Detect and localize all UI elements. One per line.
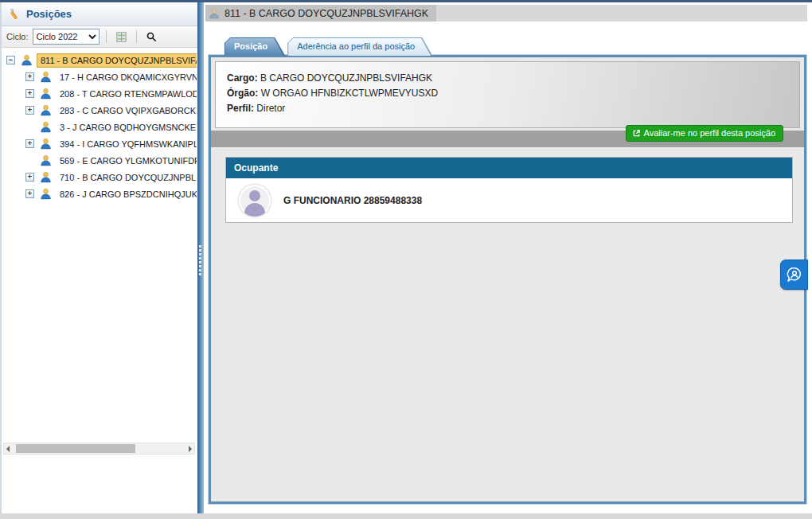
tree-item[interactable]: + 17 - H CARGO DKQAMICXGYRVNOHJEZLF (O [2,68,197,85]
toolbar-separator [136,30,137,43]
expander-icon[interactable]: + [25,89,34,98]
tree-item-label: 394 - I CARGO YQFHMSWKANIPLCTBRJEX (A [57,138,197,150]
tab-aderencia-perfil[interactable]: Aderência ao perfil da posição [287,37,432,56]
tree-item[interactable]: + 710 - B CARGO DOYCQUZJNPBLSVIFAHGK (L [2,169,197,185]
user-icon [40,71,52,83]
tree-item-label: 3 - J CARGO BQDHOYGMSNCKERAPTVJZ (B [57,121,197,134]
scrollbar-thumb[interactable] [16,444,135,453]
cycle-toolbar: Ciclo: Ciclo 2022 [2,26,197,48]
position-info-box: Cargo: B CARGO DOYCQUZJNPBLSVIFAHGK Órgã… [215,61,800,128]
perfil-label: Perfil: [227,103,254,114]
scroll-left-icon[interactable] [6,446,10,452]
expander-icon[interactable]: + [25,139,34,148]
cycle-select[interactable]: Ciclo 2022 [33,29,100,45]
splitter-grip-icon[interactable] [199,245,201,275]
detail-titlebar: 811 - B CARGO DOYCQUZJNPBLSVIFAHGK [205,5,807,21]
tree-item-label: 710 - B CARGO DOYCQUZJNPBLSVIFAHGK (L [57,171,197,184]
expander-icon[interactable]: + [25,173,34,181]
occupant-row: G FUNCIONARIO 28859488338 [226,178,792,222]
detail-title-chip: 811 - B CARGO DOYCQUZJNPBLSVIFAHGK [205,5,436,21]
occupant-header: Ocupante [226,158,792,178]
perfil-line: Perfil: Diretor [227,101,799,116]
positions-panel-header: Posições [2,2,197,26]
user-icon [40,104,52,116]
search-icon[interactable] [143,29,160,45]
tools-icon [8,8,21,21]
user-icon [40,121,52,133]
orgao-label: Órgão: [227,88,258,99]
user-icon [40,171,52,183]
detail-title: 811 - B CARGO DOYCQUZJNPBLSVIFAHGK [224,8,428,19]
tree-item[interactable]: − 811 - B CARGO DOYCQUZJNPBLSVIFAHGK (G … [2,52,197,68]
chat-flyout-button[interactable] [780,260,808,290]
avatar-head-shape [249,190,260,201]
panel-title: Posições [26,8,72,20]
external-link-icon [632,129,641,138]
tree-item-label: 208 - T CARGO RTENGMPAWLODQCHUSXVI [57,88,197,100]
scroll-right-icon[interactable] [189,446,192,452]
positions-tree: − 811 - B CARGO DOYCQUZJNPBLSVIFAHGK (G … [2,52,197,442]
user-icon [40,138,52,150]
avatar-body-shape [244,203,265,217]
avatar [239,185,271,217]
user-icon [21,54,33,66]
expander-icon[interactable]: + [25,72,34,81]
tree-item-label: 811 - B CARGO DOYCQUZJNPBLSVIFAHGK (G FU… [37,54,197,67]
evaluate-me-button[interactable]: Avaliar-me no perfil desta posição [626,125,784,142]
orgao-value: W ORGAO HFNBIZKCTLWPMEVYUSXD [261,88,438,99]
user-icon [40,154,52,166]
cargo-line: Cargo: B CARGO DOYCQUZJNPBLSVIFAHGK [227,71,799,86]
user-icon [40,188,52,200]
tree-item[interactable]: + 394 - I CARGO YQFHMSWKANIPLCTBRJEX (A [2,135,197,152]
tree-item[interactable]: 569 - E CARGO YLGMKOTUNIFDRXECZQHW [2,152,197,169]
tree-item[interactable]: + 208 - T CARGO RTENGMPAWLODQCHUSXVI [2,85,197,102]
tab-content-frame: Cargo: B CARGO DOYCQUZJNPBLSVIFAHGK Órgã… [209,55,806,504]
expander-icon[interactable]: − [6,56,15,64]
chat-bubble-icon [786,266,803,283]
detail-tabs: Posição Aderência ao perfil da posição [224,37,432,56]
positions-panel: Posições Ciclo: Ciclo 2022 − [0,2,197,513]
tree-item-label: 283 - C CARGO VQIPXGABORCKUZDLEYWN [57,104,197,117]
user-icon [209,8,220,19]
orgao-line: Órgão: W ORGAO HFNBIZKCTLWPMEVYUSXD [227,86,799,101]
position-detail-panel: 811 - B CARGO DOYCQUZJNPBLSVIFAHGK Posiç… [204,2,812,513]
occupant-name: G FUNCIONARIO 28859488338 [283,195,422,206]
expander-icon[interactable]: + [25,189,34,198]
cargo-value: B CARGO DOYCQUZJNPBLSVIFAHGK [260,72,432,84]
tree-item[interactable]: + 826 - J CARGO BPSZDCNIHQJUKLEGXFTY (H [2,185,197,202]
perfil-value: Diretor [256,103,285,114]
tree-item-label: 569 - E CARGO YLGMKOTUNIFDRXECZQHW [57,154,197,167]
tree-item-label: 826 - J CARGO BPSZDCNIHQJUKLEGXFTY (H [57,188,197,201]
cycle-label: Ciclo: [6,32,29,41]
toolbar-separator [106,30,107,43]
tree-item[interactable]: 3 - J CARGO BQDHOYGMSNCKERAPTVJZ (B [2,119,197,135]
tab-posicao[interactable]: Posição [224,37,285,56]
occupant-panel: Ocupante G FUNCIONARIO 28859488338 [225,157,793,223]
expander-icon[interactable]: + [25,106,34,115]
user-icon [40,88,52,100]
tree-item[interactable]: + 283 - C CARGO VQIPXGABORCKUZDLEYWN [2,102,197,119]
tree-item-label: 17 - H CARGO DKQAMICXGYRVNOHJEZLF (O [57,71,197,84]
panel-splitter[interactable] [197,2,204,513]
cargo-label: Cargo: [227,72,258,84]
table-icon[interactable] [113,29,130,45]
tree-horizontal-scrollbar[interactable] [3,443,195,455]
